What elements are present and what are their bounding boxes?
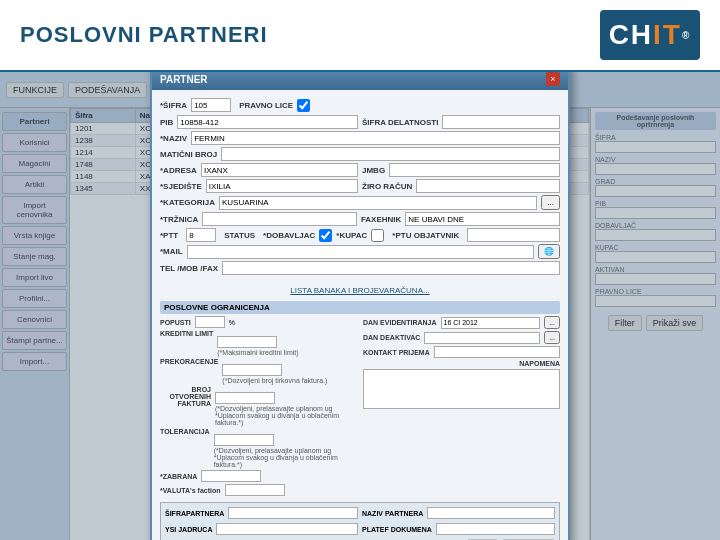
sifra-del-input[interactable]	[442, 115, 560, 129]
lista-banaka-link[interactable]: LISTA BANAKA I BROJEVARAČUNA...	[290, 286, 429, 295]
sjediste-input[interactable]	[206, 179, 358, 193]
dan-deakt-label: DAN DEAKTIVAC	[363, 334, 420, 341]
naziv-partnera-label: NAZIV PARTNERA	[362, 510, 423, 517]
kontakt-input[interactable]	[434, 346, 560, 358]
broj-note: (*Dozvoljeni, prelasavajte uplanom ug *U…	[215, 405, 357, 426]
kreditni-note: (*Maksimalni kreditni limit)	[217, 349, 298, 356]
tolerancija-label: TOLERANCIJA	[160, 428, 210, 435]
sjediste-label: *SJEDIŠTE	[160, 182, 202, 191]
pravno-lice-label: PRAVNO LICE	[239, 101, 293, 110]
sifra-del-label: ŠIFRA DELATNOSTI	[362, 118, 438, 127]
pib-label: PIB	[160, 118, 173, 127]
naziv-input[interactable]	[191, 131, 560, 145]
modal-overlay: PARTNER × *ŠIFRA PRAVNO LICE	[0, 72, 720, 540]
napomena-textarea[interactable]	[363, 369, 560, 409]
adresa-input[interactable]	[201, 163, 358, 177]
trznica-input[interactable]	[202, 212, 357, 226]
ptt-label: *PTT	[160, 231, 178, 240]
sifra-input[interactable]	[191, 98, 231, 112]
dobavljac-label: *DOBAVLJAC	[263, 231, 315, 240]
broj-otvorenih-input[interactable]	[215, 392, 275, 404]
naziv-label: *NAZIV	[160, 134, 187, 143]
valuta-label: *VALUTA's faction	[160, 487, 221, 494]
header: POSLOVNI PARTNERI CHIT®	[0, 0, 720, 72]
ziro-label: ŽIRO RAČUN	[362, 182, 412, 191]
ptu-label: *PTU OBJATVNIK	[392, 231, 459, 240]
partner-modal: PARTNER × *ŠIFRA PRAVNO LICE	[150, 72, 570, 540]
tel-label: TEL /MOB /FAX	[160, 264, 218, 273]
main-area: FUNKCIJE PODEŠAVANJA ALATI POMOĆ 📋 ✏️ 💾 …	[0, 72, 720, 540]
jmbg-input[interactable]	[389, 163, 560, 177]
modal-titlebar: PARTNER ×	[152, 72, 568, 90]
tolerancija-note: (*Dozvoljeni, prelasavajte uplanom ug *U…	[214, 447, 357, 468]
zabrana-input[interactable]	[201, 470, 261, 482]
prekoracenje-note: (*Dozvoljeni broj tirkovna faktura.)	[222, 377, 327, 384]
poslovne-section: POSLOVNE OGRANICENJA	[160, 301, 560, 314]
mail-label: *MAIL	[160, 247, 183, 256]
platef-label: PLATEF DOKUMENA	[362, 526, 432, 533]
platef-input[interactable]	[436, 523, 555, 535]
fax-label: FAXEHNIK	[361, 215, 401, 224]
modal-body: *ŠIFRA PRAVNO LICE PIB ŠIFRA DE	[152, 90, 568, 540]
status-label: STATUS	[224, 231, 255, 240]
adresa-label: *ADRESA	[160, 166, 197, 175]
page-title: POSLOVNI PARTNERI	[20, 22, 268, 48]
ysi-input[interactable]	[216, 523, 358, 535]
kategorija-label: *KATEGORIJA	[160, 198, 215, 207]
zabrana-label: *ZABRANA	[160, 473, 197, 480]
dan-deakt-input[interactable]	[424, 332, 540, 344]
sifra-partnera-label: ŠIFRAPARTNERA	[165, 510, 224, 517]
jmbg-label: JMBG	[362, 166, 385, 175]
dan-deakt-btn[interactable]: ...	[544, 331, 560, 344]
prekoracenje-input[interactable]	[222, 364, 282, 376]
dobavljac-checkbox[interactable]	[319, 229, 332, 242]
kategorija-input[interactable]	[219, 196, 537, 210]
trznica-label: *TRŽNICA	[160, 215, 198, 224]
dan-evid-btn[interactable]: ...	[544, 316, 560, 329]
ysi-label: YSI JADRUCA	[165, 526, 212, 533]
sifra-partnera-input[interactable]	[228, 507, 358, 519]
tel-input[interactable]	[222, 261, 560, 275]
kreditni-input[interactable]	[217, 336, 277, 348]
broj-otvorenih-label: BROJ OTVORENIH FAKTURA	[160, 386, 211, 407]
kupac-checkbox[interactable]	[371, 229, 384, 242]
ptt-input[interactable]	[186, 228, 216, 242]
kupac-label: *KUPAC	[336, 231, 367, 240]
popusti-input[interactable]	[195, 316, 225, 328]
ziro-input[interactable]	[416, 179, 560, 193]
popusti-label: POPUSTI	[160, 319, 191, 326]
modal-title: PARTNER	[160, 74, 208, 85]
sifra-label: *ŠIFRA	[160, 101, 187, 110]
kategorija-btn[interactable]: ...	[541, 195, 560, 210]
valuta-input[interactable]	[225, 484, 285, 496]
tolerancija-input[interactable]	[214, 434, 274, 446]
dan-evid-label: DAN EVIDENTIRANJA	[363, 319, 437, 326]
maticni-input[interactable]	[221, 147, 560, 161]
pravno-lice-checkbox[interactable]	[297, 99, 310, 112]
chip-logo: CHIT®	[600, 10, 700, 60]
naziv-partnera-input[interactable]	[427, 507, 555, 519]
mail-input[interactable]	[187, 245, 534, 259]
ptu-input[interactable]	[467, 228, 560, 242]
fax-input[interactable]	[405, 212, 560, 226]
prekoracenje-label: PREKORACENJE	[160, 358, 218, 365]
mail-btn[interactable]: 🌐	[538, 244, 560, 259]
dan-evid-input[interactable]	[441, 317, 541, 329]
kreditni-label: KREDITNI LIMIT	[160, 330, 213, 337]
pib-input[interactable]	[177, 115, 358, 129]
maticni-label: MATIČNI BROJ	[160, 150, 217, 159]
modal-close-button[interactable]: ×	[546, 72, 560, 86]
kontakt-label: KONTAKT PRIJEMA	[363, 349, 430, 356]
napomena-label: NAPOMENA	[363, 360, 560, 367]
pct-sign: %	[229, 319, 235, 326]
